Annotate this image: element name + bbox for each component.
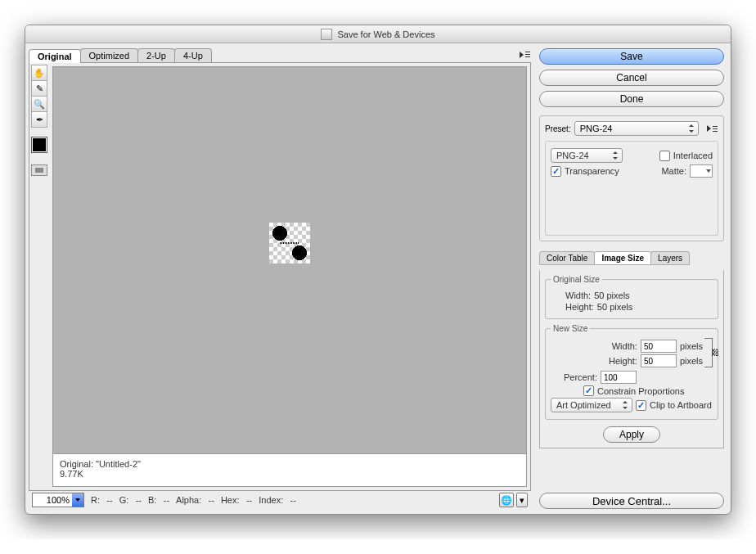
work-area: ✋ ✎ 🔍 ✒ Original: "Untitled-2" 9.77K: [29, 63, 531, 491]
slice-select-tool-icon[interactable]: ✎: [31, 80, 47, 97]
preset-fieldset: Preset: PNG-24 PNG-24 Interlaced Transpa…: [539, 115, 724, 241]
clip-label: Clip to Artboard: [650, 400, 712, 410]
preview-size: 9.77K: [60, 469, 520, 479]
original-size-legend: Original Size: [551, 275, 602, 284]
tab-color-table[interactable]: Color Table: [539, 251, 595, 265]
zoom-field[interactable]: [32, 493, 84, 507]
new-height-label: Height:: [609, 356, 637, 366]
orig-width-value: 50 pixels: [594, 291, 629, 300]
clip-checkbox[interactable]: [636, 400, 646, 411]
readout-index: Index: --: [259, 495, 296, 505]
tab-2up[interactable]: 2-Up: [137, 48, 175, 62]
done-button[interactable]: Done: [539, 91, 724, 107]
tab-image-size[interactable]: Image Size: [594, 251, 651, 265]
preview-flyout-menu-icon[interactable]: [518, 49, 531, 61]
toggle-slices-icon[interactable]: [31, 164, 47, 176]
content: Original Optimized 2-Up 4-Up ✋ ✎ 🔍 ✒: [25, 43, 731, 514]
new-height-input[interactable]: [641, 354, 677, 367]
color-swatch[interactable]: [31, 137, 47, 153]
preset-select[interactable]: PNG-24: [574, 121, 699, 136]
dialog-window: Save for Web & Devices Original Optimize…: [25, 25, 731, 515]
right-panel: Save Cancel Done Preset: PNG-24 PNG-24 I…: [536, 43, 731, 514]
constrain-checkbox[interactable]: [583, 385, 594, 396]
new-size-fieldset: New Size Width: pixels Height: pi: [545, 324, 718, 420]
matte-select[interactable]: [690, 164, 713, 178]
view-tabs: Original Optimized 2-Up 4-Up: [29, 47, 531, 63]
tab-original[interactable]: Original: [29, 49, 81, 63]
readout-alpha: Alpha: --: [176, 495, 214, 505]
tab-layers[interactable]: Layers: [650, 251, 690, 265]
tab-optimized[interactable]: Optimized: [80, 48, 139, 62]
new-size-legend: New Size: [551, 324, 590, 333]
orig-height-label: Height:: [565, 302, 594, 312]
image-preview: [269, 223, 310, 263]
new-width-label: Width:: [612, 341, 637, 351]
preview-meta: Original: "Untitled-2" 9.77K: [53, 453, 526, 486]
preview-canvas[interactable]: [53, 67, 526, 453]
pixels-label-2: pixels: [680, 356, 703, 366]
quality-select[interactable]: Art Optimized: [551, 398, 632, 412]
transparency-label: Transparency: [565, 166, 619, 176]
preset-label: Preset:: [545, 124, 571, 133]
browser-dropdown-icon[interactable]: ▾: [516, 493, 528, 507]
tab-4up[interactable]: 4-Up: [174, 48, 212, 62]
browser-preview-icon[interactable]: 🌐: [499, 493, 514, 507]
new-width-input[interactable]: [641, 340, 677, 353]
tool-strip: ✋ ✎ 🔍 ✒: [29, 63, 49, 490]
readout-r: R: --: [91, 495, 113, 505]
readout-hex: Hex: --: [221, 495, 252, 505]
interlaced-checkbox[interactable]: [659, 151, 670, 161]
device-central-button[interactable]: Device Central...: [539, 493, 724, 509]
zoom-input[interactable]: [33, 493, 72, 507]
titlebar: Save for Web & Devices: [25, 25, 731, 43]
window-title: Save for Web & Devices: [337, 29, 434, 39]
preview-name: Original: "Untitled-2": [60, 459, 520, 469]
matte-label: Matte:: [661, 166, 686, 176]
link-icon[interactable]: [704, 338, 713, 367]
left-panel: Original Optimized 2-Up 4-Up ✋ ✎ 🔍 ✒: [25, 43, 536, 514]
preset-flyout-menu-icon[interactable]: [705, 123, 718, 134]
percent-input[interactable]: [601, 371, 637, 384]
readout-b: B: --: [148, 495, 169, 505]
eyedropper-tool-icon[interactable]: ✒: [31, 111, 47, 128]
interlaced-label: Interlaced: [673, 151, 713, 160]
save-button[interactable]: Save: [539, 48, 724, 65]
canvas-wrap: Original: "Untitled-2" 9.77K: [52, 66, 527, 487]
zoom-dropdown-icon[interactable]: [72, 493, 83, 507]
image-size-panel: Original Size Width:50 pixels Height:50 …: [539, 270, 724, 448]
format-select[interactable]: PNG-24: [551, 148, 623, 163]
sub-tabs: Color Table Image Size Layers: [539, 251, 724, 265]
hand-tool-icon[interactable]: ✋: [31, 65, 47, 81]
orig-height-value: 50 pixels: [597, 302, 632, 312]
status-bar: R: -- G: -- B: -- Alpha: -- Hex: -- Inde…: [29, 491, 531, 509]
apply-button[interactable]: Apply: [603, 426, 660, 443]
transparency-checkbox[interactable]: [551, 166, 561, 177]
readout-g: G: --: [119, 495, 142, 505]
orig-width-label: Width:: [565, 291, 591, 300]
pixels-label: pixels: [680, 341, 703, 351]
cancel-button[interactable]: Cancel: [539, 70, 724, 86]
percent-label: Percent:: [564, 372, 597, 382]
zoom-tool-icon[interactable]: 🔍: [31, 96, 47, 112]
constrain-label: Constrain Proportions: [597, 386, 684, 396]
app-icon: [321, 29, 332, 40]
original-size-fieldset: Original Size Width:50 pixels Height:50 …: [545, 275, 718, 319]
